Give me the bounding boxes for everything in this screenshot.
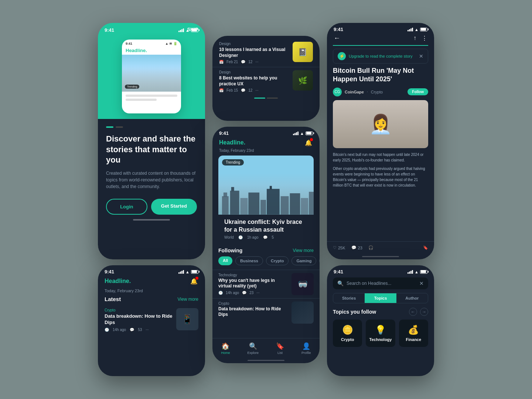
author-avatar: CG	[333, 88, 342, 96]
topic-finance[interactable]: 💰 Finance	[399, 320, 428, 347]
status-bar-4: 9:41 ▲	[212, 127, 320, 138]
topic-technology[interactable]: 💡 Technology	[366, 320, 395, 347]
phone4-header: Headline. 🔔	[212, 138, 320, 149]
svg-rect-11	[301, 198, 308, 215]
tag-tech[interactable]: Technolo...	[319, 256, 320, 265]
more-feed-1[interactable]: ···	[256, 291, 259, 295]
trending-article-title: Ukraine conflict: Kyiv brace for a Russi…	[218, 215, 314, 235]
feed-article-2[interactable]: Crypto Data breakdown: How to Ride Dips	[212, 298, 320, 327]
status-time-2: 9:41	[105, 269, 114, 274]
upgrade-text: Upgrade to read the complete story	[349, 54, 416, 58]
home-icon: 🏠	[221, 342, 229, 350]
technology-label: Technology	[369, 337, 392, 342]
tab-author[interactable]: Author	[396, 293, 428, 303]
topics-prev-arrow[interactable]: ←	[409, 308, 417, 316]
article-actions: ♡ 25K 💬 23 🎧 🔖	[327, 241, 434, 254]
listen-action[interactable]: 🎧	[368, 245, 374, 250]
notification-badge-4	[310, 138, 313, 141]
inner-phone: 9:41 ▲ ≋ 🔋 Headline. Trending	[122, 40, 181, 113]
tab-topics[interactable]: Topics	[365, 293, 396, 303]
phone-latest: 9:41 ▲ Headline. 🔔 Today, February 23rd	[98, 265, 205, 376]
comment-feed-1: 💬	[242, 291, 246, 295]
tag-gaming[interactable]: Gaming	[291, 256, 316, 265]
thumb-phone: 📱	[182, 314, 193, 324]
svg-rect-0	[222, 196, 229, 215]
latest-article: Crypto Data breakdown: How to Ride Dips …	[98, 305, 205, 335]
like-action[interactable]: ♡ 25K	[333, 245, 345, 250]
get-started-button[interactable]: Get Started	[151, 199, 197, 215]
inner-content-lines	[122, 92, 181, 106]
onboard-title: Discover and share the stories that matt…	[106, 134, 197, 166]
inner-hero-image: Trending	[122, 55, 181, 92]
notification-icon-2[interactable]: 🔔	[190, 277, 198, 286]
article-title-1[interactable]: 10 lessons I learned as a Visual Designe…	[219, 47, 289, 58]
trending-comments: 5	[272, 235, 274, 239]
list-label: List	[277, 351, 283, 355]
upgrade-close-icon[interactable]: ✕	[419, 53, 423, 59]
back-icon[interactable]: ←	[334, 34, 340, 42]
follow-button[interactable]: Follow	[407, 88, 428, 95]
phone5-nav: ← ↑ ⋮	[327, 34, 434, 45]
author-topic[interactable]: Crypto	[371, 90, 383, 94]
clock-icon-trend: 🕐	[238, 235, 243, 239]
latest-time: 14h ago	[113, 328, 126, 332]
more-a2[interactable]: ···	[255, 88, 258, 92]
author-name[interactable]: CoinGape	[345, 90, 364, 94]
article-title-2[interactable]: 8 Best websites to help you practice UX	[219, 75, 289, 87]
tag-business[interactable]: Business	[235, 256, 263, 265]
app-logo-2: Headline.	[105, 278, 131, 284]
more-icon-2[interactable]: ···	[146, 328, 149, 332]
comment-action[interactable]: 💬 23	[351, 245, 362, 250]
skip-button[interactable]: SKIP	[187, 27, 198, 32]
login-button[interactable]: Login	[106, 199, 147, 215]
article-detail-headline: Bitcoin Bull Run 'May Not Happen Until 2…	[327, 66, 434, 88]
bottom-navigation: 🏠 Home 🔍 Explore 🔖 List 👤 Profile	[212, 338, 320, 358]
upgrade-link[interactable]: Upgrade	[349, 54, 364, 58]
search-placeholder[interactable]: Search on Headlines...	[347, 281, 416, 286]
more-options-icon[interactable]: ⋮	[422, 35, 427, 42]
notification-icon-4[interactable]: 🔔	[304, 138, 313, 147]
status-bar-2: 9:41 ▲	[98, 265, 205, 277]
article-comments-2: 12	[248, 88, 252, 92]
topic-crypto[interactable]: 🪙 Crypto	[333, 320, 362, 347]
trending-card[interactable]: Trending Ukraine conflict: Kyiv brace fo…	[218, 156, 314, 243]
latest-article-title[interactable]: Data breakdown: How to Ride Dips	[105, 313, 173, 326]
topics-title: Topics you follow	[333, 309, 376, 315]
more-a1[interactable]: ···	[255, 60, 258, 64]
comment-icon-trend: 💬	[263, 235, 267, 239]
svg-rect-1	[224, 192, 227, 197]
feed-article-1[interactable]: Technology Why you can't have legs in vi…	[212, 270, 320, 298]
following-row: Following View more	[212, 248, 320, 256]
search-clear-icon[interactable]: ✕	[419, 280, 424, 286]
onboard-description: Created with curated content on thousand…	[106, 170, 197, 190]
article-item-2: Design 8 Best websites to help you pract…	[212, 67, 320, 95]
thumb-2: 🌿	[293, 70, 313, 91]
following-view-more[interactable]: View more	[293, 248, 314, 253]
thumb-1: 📓	[293, 42, 313, 62]
svg-rect-4	[241, 198, 248, 215]
status-bar-6: 9:41 ▲	[327, 265, 434, 277]
tag-crypto[interactable]: Crypto	[266, 256, 289, 265]
comment-icon-5: 💬	[351, 245, 357, 250]
svg-rect-8	[270, 186, 272, 190]
home-label: Home	[221, 351, 230, 355]
article-item-1: Design 10 lessons I learned as a Visual …	[212, 39, 320, 67]
explore-icon: 🔍	[249, 342, 257, 350]
article-meta-1: 📅 Feb 21 💬 12 ···	[219, 60, 289, 64]
bookmark-action[interactable]: 🔖	[423, 245, 428, 250]
share-icon[interactable]: ↑	[413, 35, 416, 42]
nav-list[interactable]: 🔖 List	[276, 342, 284, 355]
latest-article-content: Crypto Data breakdown: How to Ride Dips …	[105, 308, 173, 332]
tab-stories[interactable]: Stories	[333, 293, 365, 303]
search-bar[interactable]: 🔍 Search on Headlines... ✕	[333, 277, 428, 289]
topics-next-arrow[interactable]: →	[420, 308, 428, 316]
nav-explore[interactable]: 🔍 Explore	[247, 342, 259, 355]
profile-icon: 👤	[302, 342, 310, 350]
tag-all[interactable]: All	[218, 256, 232, 265]
svg-rect-10	[290, 193, 300, 215]
latest-view-more[interactable]: View more	[178, 297, 198, 302]
nav-profile[interactable]: 👤 Profile	[301, 342, 311, 355]
svg-rect-9	[281, 196, 289, 215]
nav-home[interactable]: 🏠 Home	[221, 342, 230, 355]
finance-icon: 💰	[408, 325, 419, 335]
